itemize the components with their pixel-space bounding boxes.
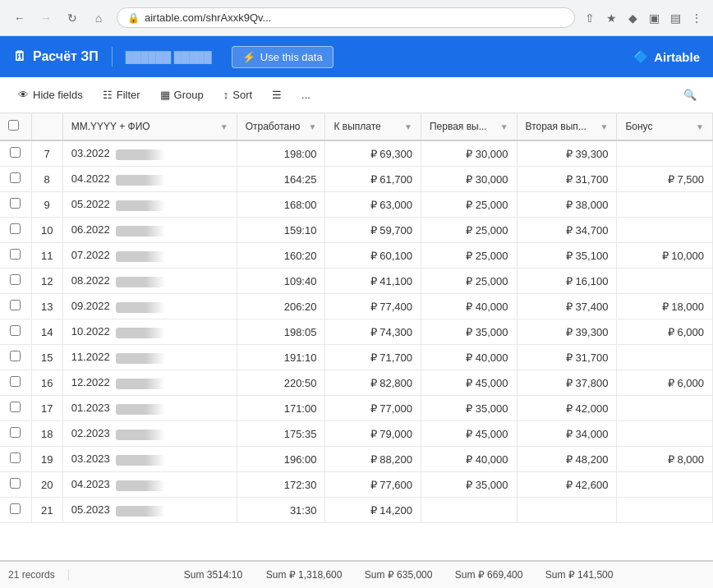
header-checkbox[interactable]	[0, 113, 31, 140]
row-checkbox[interactable]	[0, 498, 31, 523]
header-name[interactable]: ММ.YYYY + ФИО ▼	[62, 113, 237, 140]
row-bonus: ₽ 7,500	[617, 167, 713, 192]
group-button[interactable]: ▦ Group	[152, 85, 212, 105]
table-row[interactable]: 13 09.2022 206:20 ₽ 77,400 ₽ 40,000 ₽ 37…	[0, 294, 713, 319]
row-first: ₽ 25,000	[421, 218, 517, 243]
header-first[interactable]: Первая вы... ▼	[421, 113, 517, 140]
table-row[interactable]: 9 05.2022 168:00 ₽ 63,000 ₽ 25,000 ₽ 38,…	[0, 192, 713, 218]
row-bonus	[617, 472, 713, 498]
row-name: 03.2023	[62, 447, 237, 472]
chevron-down-icon: ▼	[309, 122, 317, 131]
table-row[interactable]: 21 05.2023 31:30 ₽ 14,200	[0, 498, 713, 523]
row-payment: ₽ 59,700	[325, 218, 421, 243]
table-row[interactable]: 17 01.2023 171:00 ₽ 77,000 ₽ 35,000 ₽ 42…	[0, 396, 713, 421]
row-first: ₽ 45,000	[421, 370, 517, 396]
table-row[interactable]: 15 11.2022 191:10 ₽ 71,700 ₽ 40,000 ₽ 31…	[0, 345, 713, 370]
row-worked: 175:35	[237, 421, 325, 447]
row-number: 15	[31, 345, 62, 370]
back-button[interactable]: ←	[8, 7, 31, 30]
group-label: Group	[174, 89, 204, 101]
header-bonus[interactable]: Бонус ▼	[617, 113, 713, 140]
table-row[interactable]: 18 02.2023 175:35 ₽ 79,000 ₽ 45,000 ₽ 34…	[0, 421, 713, 447]
row-name: 02.2023	[62, 421, 237, 447]
row-second: ₽ 31,700	[517, 345, 617, 370]
table-container[interactable]: ММ.YYYY + ФИО ▼ Отработано ▼ К выплате ▼	[0, 113, 713, 560]
header-subtitle: ██████ █████	[126, 51, 212, 63]
row-number: 12	[31, 269, 62, 294]
select-all-checkbox[interactable]	[8, 120, 19, 131]
hide-fields-button[interactable]: 👁 Hide fields	[10, 85, 91, 105]
menu-icon[interactable]: ⋮	[688, 10, 705, 26]
row-name: 06.2022	[62, 218, 237, 243]
app-logo: 🗓 Расчёт ЗП	[13, 49, 99, 64]
browser-actions: ⇧ ★ ◆ ▣ ▤ ⋮	[582, 10, 705, 26]
row-checkbox[interactable]	[0, 167, 31, 192]
home-button[interactable]: ⌂	[87, 7, 110, 30]
use-data-button[interactable]: ⚡ Use this data	[232, 46, 334, 68]
row-checkbox[interactable]	[0, 345, 31, 370]
row-checkbox[interactable]	[0, 218, 31, 243]
hide-fields-icon: 👁	[18, 89, 29, 101]
row-checkbox[interactable]	[0, 421, 31, 447]
row-checkbox[interactable]	[0, 140, 31, 167]
header-worked[interactable]: Отработано ▼	[237, 113, 325, 140]
row-checkbox[interactable]	[0, 243, 31, 269]
row-first	[421, 498, 517, 523]
more-button[interactable]: ...	[293, 85, 319, 105]
chart-icon[interactable]: ▤	[667, 10, 683, 26]
row-second: ₽ 31,700	[517, 167, 617, 192]
window-icon[interactable]: ▣	[646, 10, 662, 26]
row-second: ₽ 34,000	[517, 421, 617, 447]
forward-button[interactable]: →	[34, 7, 58, 30]
row-second: ₽ 48,200	[517, 447, 617, 472]
table-row[interactable]: 11 07.2022 160:20 ₽ 60,100 ₽ 25,000 ₽ 35…	[0, 243, 713, 269]
row-name: 04.2023	[62, 472, 237, 498]
table-row[interactable]: 16 12.2022 220:50 ₽ 82,800 ₽ 45,000 ₽ 37…	[0, 370, 713, 396]
reload-button[interactable]: ↻	[61, 7, 84, 30]
sum-worked	[77, 569, 176, 581]
row-worked: 159:10	[237, 218, 325, 243]
row-payment: ₽ 69,300	[325, 140, 421, 167]
nav-buttons: ← → ↻ ⌂	[8, 7, 110, 30]
row-checkbox[interactable]	[0, 269, 31, 294]
row-checkbox[interactable]	[0, 370, 31, 396]
row-second: ₽ 37,800	[517, 370, 617, 396]
row-worked: 168:00	[237, 192, 325, 218]
row-name: 03.2022	[62, 140, 237, 167]
header-second[interactable]: Вторая вып... ▼	[517, 113, 617, 140]
row-number: 13	[31, 294, 62, 319]
extension-icon[interactable]: ◆	[624, 10, 641, 26]
app-name: Расчёт ЗП	[33, 49, 99, 64]
table-row[interactable]: 7 03.2022 198:00 ₽ 69,300 ₽ 30,000 ₽ 39,…	[0, 140, 713, 167]
row-bonus: ₽ 18,000	[617, 294, 713, 319]
row-second: ₽ 34,700	[517, 218, 617, 243]
table-row[interactable]: 14 10.2022 198:05 ₽ 74,300 ₽ 35,000 ₽ 39…	[0, 319, 713, 345]
row-checkbox[interactable]	[0, 447, 31, 472]
row-second: ₽ 35,100	[517, 243, 617, 269]
address-bar[interactable]: 🔒 airtable.com/shrAxxk9Qv...	[117, 7, 575, 28]
sort-button[interactable]: ↕ Sort	[215, 85, 260, 105]
table-row[interactable]: 20 04.2023 172:30 ₽ 77,600 ₽ 35,000 ₽ 42…	[0, 472, 713, 498]
row-checkbox[interactable]	[0, 294, 31, 319]
row-checkbox[interactable]	[0, 396, 31, 421]
search-button[interactable]: 🔍	[677, 85, 703, 105]
share-icon[interactable]: ⇧	[582, 10, 598, 26]
table-row[interactable]: 12 08.2022 109:40 ₽ 41,100 ₽ 25,000 ₽ 16…	[0, 269, 713, 294]
table-row[interactable]: 10 06.2022 159:10 ₽ 59,700 ₽ 25,000 ₽ 34…	[0, 218, 713, 243]
bookmark-icon[interactable]: ★	[603, 10, 619, 26]
row-checkbox[interactable]	[0, 319, 31, 345]
row-payment: ₽ 88,200	[325, 447, 421, 472]
table-row[interactable]: 8 04.2022 164:25 ₽ 61,700 ₽ 30,000 ₽ 31,…	[0, 167, 713, 192]
logo-icon: 🗓	[13, 49, 26, 64]
filter-button[interactable]: ☷ Filter	[94, 85, 149, 105]
header-payment[interactable]: К выплате ▼	[325, 113, 421, 140]
row-payment: ₽ 74,300	[325, 319, 421, 345]
row-bonus	[617, 192, 713, 218]
row-first: ₽ 35,000	[421, 396, 517, 421]
row-checkbox[interactable]	[0, 192, 31, 218]
lightning-icon: ⚡	[242, 51, 255, 63]
row-checkbox[interactable]	[0, 472, 31, 498]
table-row[interactable]: 19 03.2023 196:00 ₽ 88,200 ₽ 40,000 ₽ 48…	[0, 447, 713, 472]
list-view-button[interactable]: ☰	[264, 85, 290, 105]
toolbar: 👁 Hide fields ☷ Filter ▦ Group ↕ Sort ☰ …	[0, 77, 713, 113]
